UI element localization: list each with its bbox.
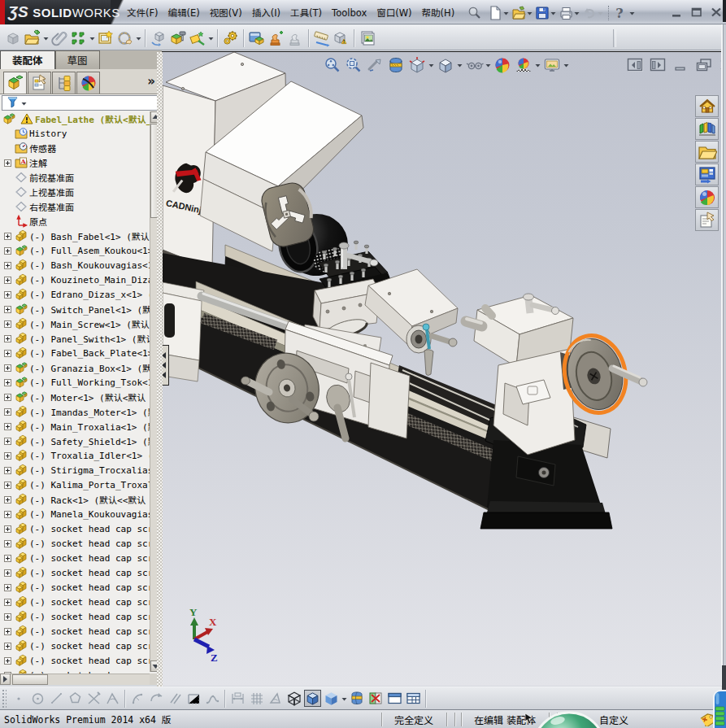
stamp-new-icon[interactable] (267, 29, 285, 47)
configurationmanager-tab[interactable] (52, 72, 76, 94)
tree-row[interactable]: 右视基准面 (0, 199, 150, 214)
tree-row[interactable]: 上视基准面 (0, 185, 150, 199)
help-icon[interactable]: ? (614, 6, 628, 20)
assembly-feature-icon[interactable] (248, 29, 266, 47)
toolbar-drag-handle[interactable] (2, 690, 7, 708)
tree-row[interactable]: (-) Rack<1> (默认<<默认 (0, 492, 150, 507)
expand-plus-icon[interactable] (4, 159, 11, 167)
chevron-down-icon[interactable] (597, 6, 604, 20)
previous-view-icon[interactable] (366, 56, 384, 74)
expand-plus-icon[interactable] (4, 277, 11, 284)
expand-plus-icon[interactable] (4, 262, 11, 269)
tree-row[interactable]: (-) Full_Asem_Koukou<1> (0, 243, 150, 258)
custom-properties-tab[interactable] (695, 209, 719, 231)
lathe-3d-model[interactable]: CADNinja (163, 52, 722, 687)
smart-frame-icon[interactable] (97, 29, 115, 47)
expand-plus-icon[interactable] (4, 320, 11, 328)
menu-1[interactable]: 文件(F) (122, 0, 163, 24)
tree-row[interactable]: (-) Imandas_Moter<1> (默 (0, 404, 150, 419)
chevron-down-icon[interactable] (89, 31, 96, 46)
maximize-button[interactable] (688, 4, 706, 20)
tree-row[interactable]: (-) Full_Working_Tsok<1 (0, 375, 150, 390)
tree-row[interactable]: 原点 (0, 214, 150, 229)
tree-row[interactable]: (-) socket head cap scr (0, 551, 150, 565)
file-explorer-tab[interactable] (695, 141, 719, 163)
child-restore-button[interactable] (694, 57, 714, 73)
chevron-down-icon[interactable] (341, 691, 348, 706)
tree-row[interactable]: (-) socket head cap scr (0, 609, 150, 624)
chevron-down-icon[interactable] (573, 6, 580, 20)
pane-left-button[interactable] (626, 57, 646, 73)
section-view-icon[interactable] (387, 56, 405, 74)
shaded-edges-icon[interactable] (304, 690, 321, 707)
expand-plus-icon[interactable] (4, 525, 11, 533)
window-pane-icon[interactable] (386, 690, 403, 707)
open-part-icon[interactable] (24, 29, 41, 47)
tree-row[interactable]: (-) Main_Troxalia<1> (默 (0, 419, 150, 434)
tree-row[interactable]: (-) Granazia_Box<1> (默 (0, 360, 150, 375)
minimize-button[interactable] (668, 4, 686, 20)
new-doc-icon[interactable] (488, 6, 502, 20)
view-palette-tab[interactable] (695, 163, 719, 185)
gears-icon[interactable] (222, 29, 240, 47)
menu-3[interactable]: 视图(V) (205, 0, 247, 24)
tree-row[interactable]: (-) Kalima_Porta_Troxal (0, 477, 150, 492)
tree-horizontal-scrollbar[interactable] (0, 674, 150, 685)
tree-row[interactable]: (-) Fabel_Back_Plate<1> (0, 346, 150, 360)
featuremanager-tree-tab[interactable] (3, 72, 27, 94)
displaymanager-tab[interactable] (76, 72, 100, 94)
menu-6[interactable]: Toolbox (327, 0, 372, 24)
tree-row[interactable]: 前视基准面 (0, 170, 150, 185)
attachment-icon[interactable] (50, 29, 68, 47)
expand-plus-icon[interactable] (4, 467, 11, 474)
hide-show-icon[interactable] (465, 56, 483, 74)
mate-icon[interactable] (116, 29, 134, 47)
tree-row[interactable]: A注解 (0, 155, 150, 170)
view-settings-icon[interactable] (543, 56, 561, 74)
expand-plus-icon[interactable] (4, 306, 11, 313)
tree-row[interactable]: (-) socket head cap scr (0, 580, 150, 595)
section-cyl-icon[interactable] (349, 690, 366, 707)
chevron-down-icon[interactable] (526, 6, 533, 20)
expand-plus-icon[interactable] (4, 394, 11, 401)
manager-tabs-overflow[interactable]: » (147, 74, 155, 89)
tree-row[interactable]: History (0, 126, 150, 141)
expand-plus-icon[interactable] (4, 613, 11, 621)
chevron-down-icon[interactable] (135, 31, 142, 46)
search-icon[interactable] (467, 6, 481, 20)
tree-filter-input[interactable] (2, 95, 160, 111)
tree-row[interactable]: (-) socket head cap scr (0, 595, 150, 609)
interference-icon[interactable]: ! (333, 29, 350, 47)
expand-plus-icon[interactable] (4, 423, 11, 430)
tree-row[interactable]: (-) socket head cap scr (0, 565, 150, 580)
home-tab[interactable] (695, 95, 719, 117)
pane-right-button[interactable] (649, 57, 668, 73)
chevron-down-icon[interactable] (207, 31, 215, 46)
tree-row[interactable]: (-) socket head cap scr (0, 521, 150, 536)
tree-row[interactable]: (-) Moter<1> (默认<默认 (0, 390, 150, 404)
chevron-down-icon[interactable] (42, 31, 50, 46)
expand-plus-icon[interactable] (4, 350, 11, 357)
display-style-icon[interactable] (437, 56, 454, 74)
chevron-down-icon[interactable] (20, 96, 28, 111)
open-icon[interactable] (511, 6, 526, 20)
tree-row[interactable]: (-) Manela_Koukouvagias (0, 507, 150, 521)
tree-row[interactable]: (-) socket head cap scr (0, 668, 150, 674)
table-icon[interactable] (405, 690, 422, 707)
scroll-right-icon[interactable] (0, 674, 11, 685)
undo-icon[interactable] (582, 6, 597, 20)
wireframe-icon[interactable] (285, 690, 302, 707)
menu-2[interactable]: 编辑(E) (163, 0, 205, 24)
tree-row[interactable]: (-) socket head cap scr (0, 536, 150, 551)
tree-row[interactable]: 传感器 (0, 141, 150, 155)
tree-row[interactable]: (-) Switch_Panel<1> (默 (0, 302, 150, 316)
apply-scene-icon[interactable] (515, 56, 533, 74)
expand-plus-icon[interactable] (4, 452, 11, 460)
view-orientation-icon[interactable] (408, 56, 426, 74)
chevron-down-icon[interactable] (550, 6, 557, 20)
expand-plus-icon[interactable] (4, 291, 11, 299)
save-icon[interactable] (535, 6, 550, 20)
no-section-icon[interactable] (367, 690, 385, 707)
propertymanager-tab[interactable] (28, 72, 51, 94)
expand-plus-icon[interactable] (4, 643, 11, 650)
